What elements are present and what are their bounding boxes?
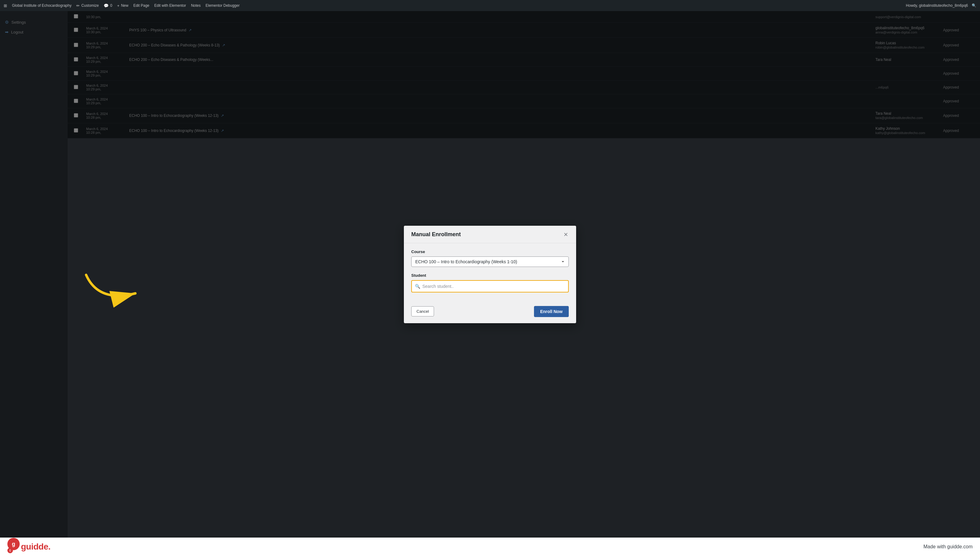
search-icon: 🔍 — [415, 284, 420, 289]
enroll-now-button[interactable]: Enroll Now — [534, 306, 569, 317]
admin-bar-notes[interactable]: Notes — [191, 3, 201, 8]
student-label: Student — [411, 273, 569, 278]
modal-title: Manual Enrollment — [411, 231, 461, 238]
arrow-annotation — [83, 272, 145, 310]
student-search-input[interactable] — [412, 281, 568, 292]
guidde-made-with: Made with guidde.com — [923, 544, 973, 550]
admin-bar-elementor-debugger[interactable]: Elementor Debugger — [205, 3, 239, 8]
modal-header: Manual Enrollment ✕ — [404, 226, 576, 243]
guidde-footer: g 6 guidde. Made with guidde.com — [0, 538, 980, 556]
admin-bar-edit-elementor[interactable]: Edit with Elementor — [154, 3, 186, 8]
comments-icon: 💬 — [103, 3, 108, 8]
admin-bar: ⊞ Global Institute of Echocardiography ✏… — [0, 0, 980, 11]
student-form-group: Student 🔍 — [411, 273, 569, 293]
guidde-logo-text: guidde. — [21, 542, 50, 552]
course-form-group: Course ECHO 100 – Intro to Echocardiogra… — [411, 249, 569, 267]
guidde-logo: g 6 guidde. — [7, 538, 50, 556]
cancel-button[interactable]: Cancel — [411, 306, 434, 317]
modal-footer: Cancel Enroll Now — [404, 306, 576, 323]
course-select[interactable]: ECHO 100 – Intro to Echocardiography (We… — [411, 257, 569, 267]
admin-bar-site-name[interactable]: Global Institute of Echocardiography — [12, 3, 71, 8]
modal-overlay[interactable]: Manual Enrollment ✕ Course ECHO 100 – In… — [0, 11, 980, 538]
modal-close-button[interactable]: ✕ — [563, 231, 569, 238]
modal-body: Course ECHO 100 – Intro to Echocardiogra… — [404, 243, 576, 306]
manual-enrollment-modal: Manual Enrollment ✕ Course ECHO 100 – In… — [404, 226, 576, 323]
course-label: Course — [411, 249, 569, 254]
admin-bar-wp-logo[interactable]: ⊞ — [4, 3, 7, 8]
admin-bar-right: Howdy, globalinstituteofecho_8m6pq6 🔍 — [906, 3, 976, 8]
wordpress-icon: ⊞ — [4, 3, 7, 8]
admin-bar-new[interactable]: + New — [117, 3, 129, 8]
admin-bar-customize[interactable]: ✏ Customize — [76, 3, 99, 8]
student-search-wrapper: 🔍 — [411, 280, 569, 293]
search-icon[interactable]: 🔍 — [972, 3, 976, 8]
admin-bar-comments[interactable]: 💬 0 — [103, 3, 112, 8]
guidde-badge: 6 — [7, 548, 13, 553]
plus-icon: + — [117, 3, 120, 8]
customize-icon: ✏ — [76, 3, 80, 8]
admin-bar-edit-page[interactable]: Edit Page — [133, 3, 149, 8]
